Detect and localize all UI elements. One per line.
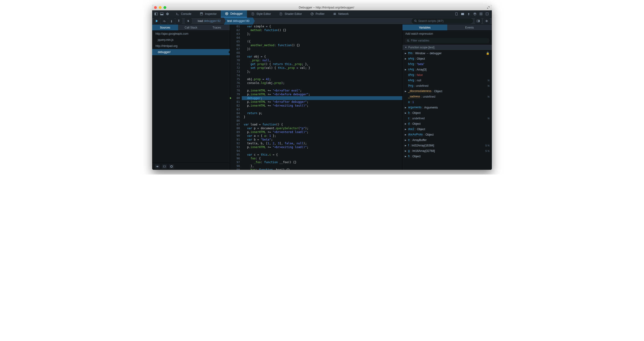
variable-row[interactable]: ▶this: Window → debugger🔒 xyxy=(402,50,492,56)
line-number[interactable]: 76 xyxy=(230,81,240,85)
screenshot-icon[interactable] xyxy=(460,11,465,16)
vars-tab-events[interactable]: Events xyxy=(447,24,492,30)
variable-row[interactable]: ▶cArg: Array[3] xyxy=(402,67,492,72)
zoom-icon[interactable] xyxy=(164,6,166,9)
line-number[interactable]: 85 xyxy=(230,115,240,119)
source-item[interactable]: debugger/ xyxy=(152,49,230,55)
variable-row[interactable]: fArg: undefinedN xyxy=(402,83,492,88)
gear-icon[interactable] xyxy=(165,11,170,16)
variable-row[interactable]: ▶b: Object xyxy=(402,110,492,116)
dock-bottom-icon[interactable] xyxy=(159,11,164,16)
line-number[interactable]: 81 xyxy=(230,100,240,104)
blackbox-icon[interactable] xyxy=(154,164,160,169)
variable-row[interactable]: ▶e: ArrayBuffer xyxy=(402,137,492,143)
code-editor[interactable]: 6162636465666768697071727374757677787980… xyxy=(230,24,402,170)
variable-row[interactable]: bArg: "beta" xyxy=(402,61,492,67)
panel-tab-profiler[interactable]: Profiler xyxy=(306,10,329,18)
variable-row[interactable]: c: undefinedN xyxy=(402,116,492,121)
toggle-transfer-icon[interactable] xyxy=(185,18,192,24)
scratchpad-icon[interactable] xyxy=(479,11,483,16)
line-number[interactable]: 83 xyxy=(230,108,240,111)
panel-tab-shader[interactable]: Shader Editor xyxy=(275,10,306,18)
line-number[interactable]: 62 xyxy=(230,28,240,32)
line-number[interactable]: 82 xyxy=(230,104,240,108)
line-number[interactable]: 84 xyxy=(230,111,240,115)
line-number[interactable]: 75 xyxy=(230,77,240,81)
line-number[interactable]: 90 xyxy=(230,134,240,138)
sidebar-tab-sources[interactable]: Sources xyxy=(152,24,178,30)
line-number[interactable]: 71 xyxy=(230,62,240,66)
line-number[interactable]: 91 xyxy=(230,138,240,142)
call-frame[interactable]: test debugger/:80 xyxy=(224,18,253,24)
variable-row[interactable]: ▶doc2: Object xyxy=(402,126,492,132)
toggle-panes-button[interactable] xyxy=(475,18,482,24)
line-number[interactable]: 96 xyxy=(230,156,240,160)
resume-button[interactable] xyxy=(154,18,160,24)
line-number[interactable]: 92 xyxy=(230,142,240,145)
variable-row[interactable]: ▶_disconsolateness: Object xyxy=(402,88,492,94)
line-number[interactable]: 73 xyxy=(230,70,240,74)
line-number[interactable]: 72 xyxy=(230,66,240,70)
line-number[interactable]: 86 xyxy=(230,119,240,123)
variable-row[interactable]: ▶d: Object xyxy=(402,121,492,126)
variable-row[interactable]: ▶aArg: Object xyxy=(402,56,492,61)
line-number[interactable]: 77 xyxy=(230,85,240,89)
variable-row[interactable]: a: 1 xyxy=(402,99,492,105)
step-over-button[interactable] xyxy=(161,18,168,24)
panel-tab-style[interactable]: Style Editor xyxy=(247,10,275,18)
source-item[interactable]: http://ajax.googleapis.com xyxy=(152,31,230,37)
line-number[interactable]: 63 xyxy=(230,32,240,36)
line-number[interactable]: 66 xyxy=(230,44,240,47)
panel-tab-network[interactable]: Network xyxy=(329,10,353,18)
line-number[interactable]: 94 xyxy=(230,149,240,153)
paint-icon[interactable] xyxy=(466,11,471,16)
variable-row[interactable]: ▶g: Int16Array[32768]S N xyxy=(402,148,492,154)
variable-row[interactable]: eArg: nullN xyxy=(402,78,492,83)
step-out-button[interactable] xyxy=(176,18,182,24)
panel-tab-debugger[interactable]: Debugger xyxy=(221,10,247,18)
variable-row[interactable]: ▶f: Int32Array[16384]S N xyxy=(402,143,492,148)
panel-tab-inspector[interactable]: Inspector xyxy=(196,10,221,18)
toolbox-options-icon[interactable] xyxy=(485,11,490,16)
variable-row[interactable]: dArg: false xyxy=(402,72,492,78)
line-number[interactable]: 88 xyxy=(230,126,240,130)
line-number[interactable]: 69 xyxy=(230,55,240,58)
line-number[interactable]: 70 xyxy=(230,58,240,62)
close-icon[interactable] xyxy=(154,6,157,9)
variable-row[interactable]: _sadness: undefinedN xyxy=(402,94,492,99)
line-number[interactable]: 67 xyxy=(230,47,240,51)
trace-icon[interactable] xyxy=(169,164,174,169)
line-number[interactable]: 95 xyxy=(230,153,240,156)
line-number[interactable]: 64 xyxy=(230,36,240,40)
step-in-button[interactable] xyxy=(168,18,175,24)
line-number[interactable]: 65 xyxy=(230,40,240,44)
sidebar-tab-call-stack[interactable]: Call Stack xyxy=(178,24,204,30)
prettyprint-icon[interactable]: {} xyxy=(162,164,167,169)
sidebar-tab-traces[interactable]: Traces xyxy=(204,24,230,30)
dock-side-icon[interactable] xyxy=(154,11,159,16)
variable-row[interactable]: ▶docAsProto: Object xyxy=(402,132,492,137)
minimize-icon[interactable] xyxy=(159,6,162,9)
filter-variables-input[interactable]: Filter variables xyxy=(404,38,490,44)
vars-tab-variables[interactable]: Variables xyxy=(402,24,447,30)
line-number[interactable]: 99 xyxy=(230,168,240,170)
line-number[interactable]: 79 xyxy=(230,92,240,96)
line-number[interactable]: 68 xyxy=(230,51,240,55)
maximize-icon[interactable] xyxy=(487,6,490,9)
line-number[interactable]: 97 xyxy=(230,160,240,164)
variable-row[interactable]: ▶h: Object xyxy=(402,154,492,159)
line-number[interactable]: 80 xyxy=(230,96,240,100)
line-number[interactable]: 78 xyxy=(230,89,240,92)
search-input[interactable]: Search scripts (⌘P) xyxy=(412,18,473,24)
line-number[interactable]: 87 xyxy=(230,123,240,126)
line-number[interactable]: 89 xyxy=(230,130,240,134)
add-watch-expression[interactable]: Add watch expression xyxy=(402,31,492,37)
line-number[interactable]: 61 xyxy=(230,24,240,28)
variable-row[interactable]: ▶arguments: Arguments xyxy=(402,105,492,110)
debugger-options-button[interactable] xyxy=(483,18,490,24)
source-item[interactable]: http://htmlpad.org xyxy=(152,43,230,49)
line-number[interactable]: 74 xyxy=(230,74,240,77)
responsive-mode-icon[interactable] xyxy=(454,11,459,16)
panel-tab-console[interactable]: Console xyxy=(172,10,196,18)
line-number[interactable]: 93 xyxy=(230,145,240,149)
